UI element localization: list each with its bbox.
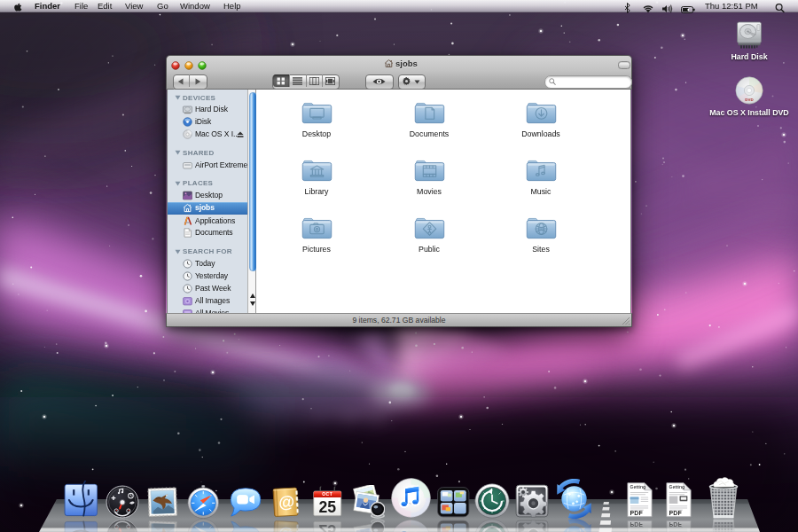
- svg-text:25: 25: [318, 498, 336, 516]
- svg-text:PDF: PDF: [630, 510, 643, 516]
- svg-text:Getting: Getting: [669, 484, 685, 489]
- svg-text:OCT: OCT: [322, 492, 332, 497]
- svg-text:Getting: Getting: [630, 484, 645, 489]
- svg-text:DVD: DVD: [745, 98, 753, 102]
- svg-text:@: @: [278, 492, 295, 512]
- svg-text:PDF: PDF: [669, 510, 682, 516]
